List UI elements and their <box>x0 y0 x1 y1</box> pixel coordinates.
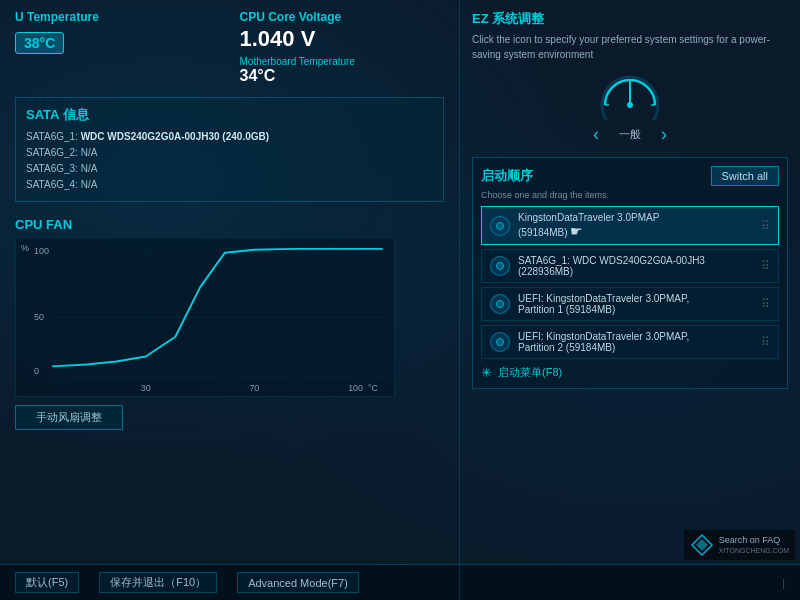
switch-all-button[interactable]: Switch all <box>711 166 779 186</box>
svg-text:30: 30 <box>141 383 151 393</box>
right-panel: EZ 系统调整 Click the icon to specify your p… <box>460 0 800 600</box>
boot-icon-inner-2 <box>496 262 504 270</box>
motherboard-temp-value: 34°C <box>240 67 445 85</box>
boot-item-text-4: UEFI: KingstonDataTraveler 3.0PMAP,Parti… <box>518 331 753 353</box>
boot-item-text-2: SATA6G_1: WDC WDS240G2G0A-00JH3(228936MB… <box>518 255 753 277</box>
sata-item-2: SATA6G_2: N/A <box>26 145 433 161</box>
boot-menu: ✳ 启动菜单(F8) <box>481 365 779 380</box>
boot-drag-icon-4: ⠿ <box>761 335 770 349</box>
boot-header: 启动顺序 Switch all <box>481 166 779 186</box>
sata-item-4: SATA6G_4: N/A <box>26 177 433 193</box>
temperature-label: U Temperature <box>15 10 220 24</box>
sata-title: SATA 信息 <box>26 106 433 124</box>
boot-item-2[interactable]: SATA6G_1: WDC WDS240G2G0A-00JH3(228936MB… <box>481 249 779 283</box>
boot-icon-inner-3 <box>496 300 504 308</box>
cpu-voltage-label: CPU Core Voltage <box>240 10 445 24</box>
chart-y-bottom: 0 <box>34 366 39 376</box>
chart-y-mid: 50 <box>34 312 44 322</box>
left-panel: U Temperature 38°C CPU Core Voltage 1.04… <box>0 0 460 600</box>
gauge-next-arrow[interactable]: › <box>661 124 667 145</box>
boot-menu-star-icon: ✳ <box>481 365 492 380</box>
boot-icon-inner-4 <box>496 338 504 346</box>
svg-text:100: 100 <box>348 383 363 393</box>
ez-description: Click the icon to specify your preferred… <box>472 32 788 62</box>
ez-title: EZ 系统调整 <box>472 10 788 28</box>
svg-text:70: 70 <box>249 383 259 393</box>
boot-menu-text: 启动菜单(F8) <box>498 365 562 380</box>
cpu-voltage-value: 1.040 V <box>240 26 445 52</box>
gauge-svg <box>595 70 665 120</box>
svg-point-12 <box>627 102 633 108</box>
fan-chart-svg: 30 70 100 °C <box>16 238 394 396</box>
svg-text:°C: °C <box>368 383 379 393</box>
top-metrics: U Temperature 38°C CPU Core Voltage 1.04… <box>15 10 444 85</box>
boot-drag-icon-2: ⠿ <box>761 259 770 273</box>
boot-drag-icon-3: ⠿ <box>761 297 770 311</box>
boot-drag-icon-1: ⠿ <box>761 219 770 233</box>
cpu-fan-chart: % 100 50 0 30 70 <box>15 237 395 397</box>
boot-icon-inner-1 <box>496 222 504 230</box>
cpu-fan-title: CPU FAN <box>15 217 444 232</box>
boot-icon-1 <box>490 216 510 236</box>
chart-y-percent: % <box>21 243 29 253</box>
boot-item-text-3: UEFI: KingstonDataTraveler 3.0PMAP,Parti… <box>518 293 753 315</box>
sata-item-3: SATA6G_3: N/A <box>26 161 433 177</box>
cpu-voltage-block: CPU Core Voltage 1.040 V Motherboard Tem… <box>240 10 445 85</box>
gauge-prev-arrow[interactable]: ‹ <box>593 124 599 145</box>
motherboard-temp-label: Motherboard Temperature <box>240 56 445 67</box>
boot-item-3[interactable]: UEFI: KingstonDataTraveler 3.0PMAP,Parti… <box>481 287 779 321</box>
boot-title: 启动顺序 <box>481 167 533 185</box>
ez-section: EZ 系统调整 Click the icon to specify your p… <box>472 10 788 145</box>
boot-item-1[interactable]: KingstonDataTraveler 3.0PMAP(59184MB) ☛ … <box>481 206 779 245</box>
boot-icon-3 <box>490 294 510 314</box>
gauge-label: 一般 <box>619 127 641 142</box>
boot-description: Choose one and drag the items. <box>481 190 779 200</box>
gauge-nav-row: ‹ 一般 › <box>472 124 788 145</box>
cpu-fan-section: CPU FAN % 100 50 0 30 <box>15 217 444 430</box>
sata-item-1: SATA6G_1: WDC WDS240G2G0A-00JH30 (240.0G… <box>26 129 433 145</box>
boot-section: 启动顺序 Switch all Choose one and drag the … <box>472 157 788 389</box>
boot-icon-2 <box>490 256 510 276</box>
boot-item-4[interactable]: UEFI: KingstonDataTraveler 3.0PMAP,Parti… <box>481 325 779 359</box>
boot-icon-4 <box>490 332 510 352</box>
boot-item-text-1: KingstonDataTraveler 3.0PMAP(59184MB) ☛ <box>518 212 753 239</box>
temperature-block: U Temperature 38°C <box>15 10 220 54</box>
temperature-value: 38°C <box>15 32 64 54</box>
chart-y-top: 100 <box>34 246 49 256</box>
fan-control-button[interactable]: 手动风扇调整 <box>15 405 123 430</box>
sata-section: SATA 信息 SATA6G_1: WDC WDS240G2G0A-00JH30… <box>15 97 444 202</box>
